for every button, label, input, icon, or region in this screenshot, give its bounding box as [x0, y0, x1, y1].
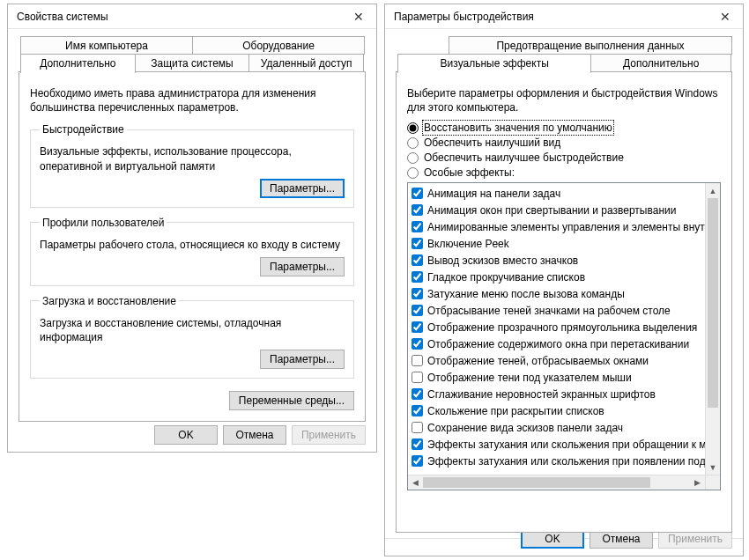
effect-checkbox[interactable] [412, 204, 423, 216]
effect-item[interactable]: Отображение содержимого окна при перетас… [412, 335, 705, 352]
group-performance-desc: Визуальные эффекты, использование процес… [40, 144, 345, 173]
horizontal-scroll-track[interactable] [423, 475, 690, 490]
effects-list-frame: Анимация на панели задачАнимация окон пр… [407, 182, 721, 490]
horizontal-scrollbar[interactable]: ◀ ▶ [408, 475, 705, 490]
tabs-row-1: Имя компьютера Оборудование [20, 36, 366, 55]
effect-item[interactable]: Анимация на панели задач [412, 185, 705, 202]
effect-label: Вывод эскизов вместо значков [427, 254, 578, 267]
radio-input[interactable] [407, 152, 419, 164]
effect-item[interactable]: Отображение теней, отбрасываемых окнами [412, 352, 705, 369]
effect-checkbox[interactable] [412, 455, 423, 467]
effect-checkbox[interactable] [412, 372, 423, 383]
radio-option-3[interactable]: Особые эффекты: [407, 166, 721, 179]
group-startup-recovery-legend: Загрузка и восстановление [40, 295, 179, 307]
apply-button[interactable]: Применить [292, 425, 366, 445]
effect-checkbox[interactable] [412, 288, 423, 299]
effect-checkbox[interactable] [412, 188, 423, 199]
tab-system-protection[interactable]: Защита системы [135, 54, 250, 72]
radio-input[interactable] [407, 122, 419, 134]
effect-item[interactable]: Сглаживание неровностей экранных шрифтов [412, 386, 705, 402]
effect-item[interactable]: Скольжение при раскрытии списков [412, 402, 705, 419]
effect-checkbox[interactable] [412, 321, 423, 333]
effects-list[interactable]: Анимация на панели задачАнимация окон пр… [408, 183, 705, 475]
effect-checkbox[interactable] [412, 271, 423, 283]
effect-item[interactable]: Отображение тени под указателем мыши [412, 369, 705, 386]
tab-advanced[interactable]: Дополнительно [20, 54, 136, 73]
performance-settings-button[interactable]: Параметры... [260, 179, 345, 198]
radio-input[interactable] [407, 167, 419, 179]
close-icon[interactable]: ✕ [341, 4, 376, 28]
effect-item[interactable]: Сохранение вида эскизов панели задач [412, 419, 705, 436]
effect-item[interactable]: Эффекты затухания или скольжения при поя… [412, 453, 705, 469]
effect-checkbox[interactable] [412, 254, 423, 266]
tab-remote[interactable]: Удаленный доступ [248, 54, 364, 72]
tab-dep[interactable]: Предотвращение выполнения данных [449, 36, 732, 55]
scroll-left-arrow-icon[interactable]: ◀ [408, 475, 423, 490]
cancel-button[interactable]: Отмена [223, 425, 286, 445]
group-startup-recovery: Загрузка и восстановление Загрузка и вос… [30, 295, 354, 379]
tab-panel-advanced: Необходимо иметь права администратора дл… [19, 71, 366, 422]
effect-checkbox[interactable] [412, 355, 423, 366]
radio-option-0[interactable]: Восстановить значения по умолчанию [407, 122, 721, 134]
effect-label: Сохранение вида эскизов панели задач [427, 422, 623, 434]
effect-label: Эффекты затухания или скольжения при поя… [427, 455, 705, 468]
effect-label: Анимированные элементы управления и элем… [427, 221, 705, 233]
effect-item[interactable]: Вывод эскизов вместо значков [412, 252, 705, 269]
effect-checkbox[interactable] [412, 221, 423, 232]
effect-item[interactable]: Анимация окон при свертывании и разверты… [412, 202, 705, 218]
dialog-title: Параметры быстродействия [385, 11, 708, 23]
effect-item[interactable]: Отбрасывание теней значками на рабочем с… [412, 302, 705, 319]
user-profiles-settings-button[interactable]: Параметры... [260, 257, 345, 276]
tab-hardware[interactable]: Оборудование [192, 36, 365, 55]
titlebar[interactable]: Параметры быстродействия ✕ [385, 4, 743, 29]
effect-checkbox[interactable] [412, 438, 423, 450]
tab-advanced[interactable]: Дополнительно [590, 54, 731, 72]
ok-button[interactable]: OK [154, 425, 218, 445]
horizontal-scroll-thumb[interactable] [423, 477, 650, 488]
titlebar[interactable]: Свойства системы ✕ [8, 4, 376, 29]
startup-recovery-settings-button[interactable]: Параметры... [260, 350, 345, 369]
dialog-footer: OK Отмена Применить [154, 425, 366, 445]
scroll-up-arrow-icon[interactable]: ▲ [706, 183, 720, 198]
effect-checkbox[interactable] [412, 305, 423, 316]
effect-label: Отбрасывание теней значками на рабочем с… [427, 305, 671, 317]
radio-input[interactable] [407, 137, 419, 149]
radio-label: Особые эффекты: [424, 166, 515, 179]
effect-label: Отображение прозрачного прямоугольника в… [427, 321, 697, 334]
scroll-right-arrow-icon[interactable]: ▶ [690, 475, 705, 490]
radio-option-2[interactable]: Обеспечить наилучшее быстродействие [407, 151, 721, 164]
effect-item[interactable]: Затухание меню после вызова команды [412, 285, 705, 302]
effect-label: Сглаживание неровностей экранных шрифтов [427, 388, 656, 401]
group-performance: Быстродействие Визуальные эффекты, испол… [30, 123, 354, 207]
dialog-title: Свойства системы [8, 11, 341, 23]
close-icon[interactable]: ✕ [708, 4, 743, 28]
tabs-row-1: Предотвращение выполнения данных [449, 36, 732, 55]
vertical-scroll-track[interactable] [706, 198, 720, 460]
effect-label: Затухание меню после вызова команды [427, 288, 625, 300]
scroll-down-arrow-icon[interactable]: ▼ [706, 460, 720, 475]
environment-variables-button[interactable]: Переменные среды... [229, 391, 354, 410]
intro-text: Выберите параметры оформления и быстроде… [407, 86, 721, 114]
effect-item[interactable]: Гладкое прокручивание списков [412, 269, 705, 285]
intro-text: Необходимо иметь права администратора дл… [30, 86, 354, 114]
effect-item[interactable]: Включение Peek [412, 235, 705, 252]
tab-visual-effects[interactable]: Визуальные эффекты [397, 54, 591, 73]
vertical-scroll-thumb[interactable] [708, 198, 718, 408]
tabs-row-2: Дополнительно Защита системы Удаленный д… [20, 55, 366, 72]
effect-label: Отображение теней, отбрасываемых окнами [427, 355, 649, 367]
tab-computer-name[interactable]: Имя компьютера [20, 36, 193, 55]
effect-checkbox[interactable] [412, 238, 423, 249]
effect-checkbox[interactable] [412, 338, 423, 350]
effect-checkbox[interactable] [412, 422, 423, 433]
radio-option-1[interactable]: Обеспечить наилучший вид [407, 136, 721, 149]
effect-checkbox[interactable] [412, 388, 423, 400]
effect-item[interactable]: Эффекты затухания или скольжения при обр… [412, 436, 705, 453]
group-user-profiles-legend: Профили пользователей [40, 217, 167, 229]
group-user-profiles-desc: Параметры рабочего стола, относящиеся ко… [40, 238, 345, 252]
effect-item[interactable]: Отображение прозрачного прямоугольника в… [412, 319, 705, 335]
vertical-scrollbar[interactable]: ▲ ▼ [705, 183, 720, 475]
effect-checkbox[interactable] [412, 405, 423, 416]
effect-item[interactable]: Анимированные элементы управления и элем… [412, 218, 705, 235]
group-user-profiles: Профили пользователей Параметры рабочего… [30, 217, 354, 286]
radio-label: Восстановить значения по умолчанию [424, 122, 612, 134]
